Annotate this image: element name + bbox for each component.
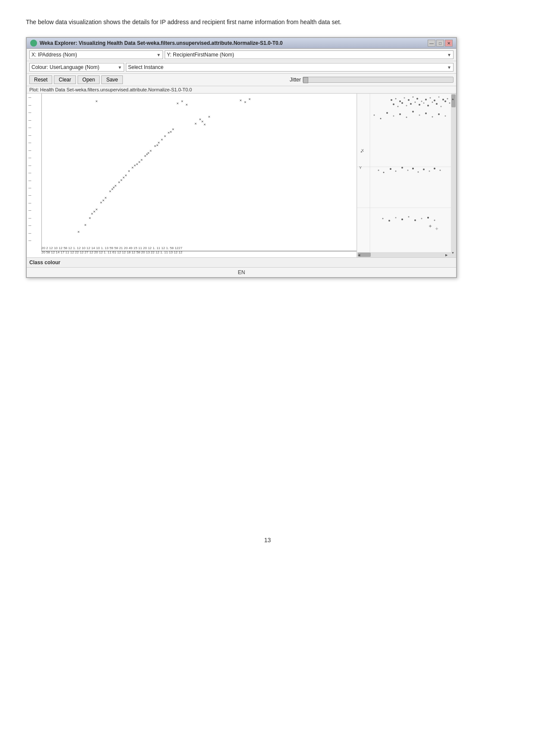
colour-dropdown[interactable]: Colour: UserLanguage (Nom) ▼ xyxy=(29,63,124,72)
svg-text:×: × xyxy=(176,101,178,106)
svg-point-109 xyxy=(440,170,441,171)
window-title-text: Weka Explorer: Visualizing Health Data S… xyxy=(40,40,283,46)
toolbar-row-2: Colour: UserLanguage (Nom) ▼ Select Inst… xyxy=(27,61,456,74)
svg-point-62 xyxy=(416,98,418,100)
svg-point-76 xyxy=(419,104,420,106)
svg-point-99 xyxy=(383,172,385,173)
svg-text:×: × xyxy=(128,169,130,173)
jitter-area: Jitter xyxy=(125,77,454,83)
x-axis-arrow: ▼ xyxy=(156,53,161,57)
select-instance-dropdown[interactable]: Select Instance ▼ xyxy=(126,63,454,72)
svg-point-63 xyxy=(421,101,422,102)
x-axis-text-1: 20 2 12 10 12 58 12 1. 12 10 12 14 10 1.… xyxy=(41,246,357,250)
svg-text:×: × xyxy=(185,103,188,107)
plot-right-svg: Y X xyxy=(357,94,456,257)
window-titlebar: Weka Explorer: Visualizing Health Data S… xyxy=(27,38,456,49)
svg-point-67 xyxy=(438,97,440,98)
svg-text:×: × xyxy=(203,122,206,127)
plot-main: ─ ─ ─ ─ ─ ─ ─ ─ ─ ─ ─ ─ ─ ─ ─ ─ ─ xyxy=(27,94,357,257)
svg-text:×: × xyxy=(111,187,113,191)
svg-point-89 xyxy=(406,117,407,118)
svg-point-81 xyxy=(441,106,442,107)
x-axis-text-2: 20 58 12 14 17 11 12 22 12 27 12 20 12 1… xyxy=(41,250,357,255)
clear-button[interactable]: Clear xyxy=(54,75,76,84)
svg-point-108 xyxy=(434,168,435,169)
svg-point-101 xyxy=(395,171,397,172)
svg-text:×: × xyxy=(91,211,93,216)
svg-text:×: × xyxy=(95,207,97,212)
jitter-slider[interactable] xyxy=(303,77,454,83)
svg-point-91 xyxy=(419,115,420,116)
svg-point-117 xyxy=(427,217,429,219)
svg-text:×: × xyxy=(161,137,163,142)
reset-button[interactable]: Reset xyxy=(29,75,52,84)
plot-canvas: ─ ─ ─ ─ ─ ─ ─ ─ ─ ─ ─ ─ ─ ─ ─ ─ ─ xyxy=(27,94,357,257)
svg-text:×: × xyxy=(141,157,143,162)
svg-text:×: × xyxy=(146,152,148,157)
svg-text:×: × xyxy=(156,143,158,148)
svg-text:×: × xyxy=(84,222,86,227)
svg-point-80 xyxy=(436,103,438,105)
svg-text:×: × xyxy=(248,97,250,101)
svg-point-115 xyxy=(414,219,416,221)
window-title-left: Weka Explorer: Visualizing Health Data S… xyxy=(30,40,283,47)
open-button[interactable]: Open xyxy=(78,75,100,84)
svg-point-116 xyxy=(421,218,422,219)
svg-text:×: × xyxy=(172,127,174,131)
save-button[interactable]: Save xyxy=(101,75,122,84)
svg-point-72 xyxy=(401,102,403,104)
y-axis-dropdown[interactable]: Y: RecipientFirstName (Nom) ▼ xyxy=(165,50,454,59)
svg-point-102 xyxy=(401,167,403,169)
svg-point-95 xyxy=(445,116,446,117)
intro-text: The below data visualization shows the d… xyxy=(26,17,509,27)
svg-point-85 xyxy=(380,118,382,119)
plot-area: ─ ─ ─ ─ ─ ─ ─ ─ ─ ─ ─ ─ ─ ─ ─ ─ ─ xyxy=(27,94,456,257)
svg-text:×: × xyxy=(164,134,166,139)
svg-text:Y: Y xyxy=(359,166,362,170)
toolbar-row-1: X: IPAddress (Nom) ▼ Y: RecipientFirstNa… xyxy=(27,49,456,61)
svg-text:×: × xyxy=(102,198,104,203)
svg-point-71 xyxy=(397,106,399,107)
restore-button[interactable]: □ xyxy=(436,40,444,47)
svg-text:×: × xyxy=(78,229,80,234)
page-footer: 13 xyxy=(26,537,509,544)
svg-point-112 xyxy=(395,217,397,219)
svg-text:×: × xyxy=(114,184,116,188)
class-colour-bar: Class colour xyxy=(27,257,456,267)
svg-text:×: × xyxy=(239,98,241,103)
svg-point-73 xyxy=(406,105,407,106)
minimize-button[interactable]: — xyxy=(428,40,435,47)
svg-point-68 xyxy=(442,99,444,100)
svg-rect-123 xyxy=(357,252,451,257)
svg-point-104 xyxy=(412,168,414,169)
svg-point-77 xyxy=(423,103,425,104)
svg-text:▲: ▲ xyxy=(451,97,454,100)
svg-point-86 xyxy=(386,112,388,114)
svg-point-82 xyxy=(444,100,446,102)
x-axis-dropdown[interactable]: X: IPAddress (Nom) ▼ xyxy=(29,50,163,59)
svg-point-88 xyxy=(399,113,401,115)
select-arrow: ▼ xyxy=(447,65,451,70)
svg-point-60 xyxy=(408,99,410,101)
svg-point-105 xyxy=(418,172,419,173)
svg-point-56 xyxy=(391,99,392,101)
close-button[interactable]: ✕ xyxy=(445,40,453,47)
svg-point-66 xyxy=(434,100,435,101)
svg-point-57 xyxy=(395,98,397,100)
jitter-label: Jitter xyxy=(290,77,301,83)
svg-point-114 xyxy=(408,216,410,218)
svg-text:✦: ✦ xyxy=(428,223,432,229)
svg-point-90 xyxy=(412,111,414,112)
scatter-plot-svg: × × × × × × × × × × × × × × × × × xyxy=(41,94,357,251)
svg-point-84 xyxy=(374,115,375,116)
svg-text:▼: ▼ xyxy=(451,251,454,254)
x-axis-label: X: IPAddress (Nom) xyxy=(31,52,77,58)
colour-label: Colour: UserLanguage (Nom) xyxy=(31,64,99,70)
y-axis-label: Y: RecipientFirstName (Nom) xyxy=(167,52,234,58)
svg-point-87 xyxy=(393,116,394,117)
svg-text:×: × xyxy=(125,173,127,178)
svg-point-93 xyxy=(432,116,433,118)
jitter-knob[interactable] xyxy=(303,77,308,83)
svg-point-75 xyxy=(415,102,416,103)
svg-text:×: × xyxy=(170,129,172,134)
